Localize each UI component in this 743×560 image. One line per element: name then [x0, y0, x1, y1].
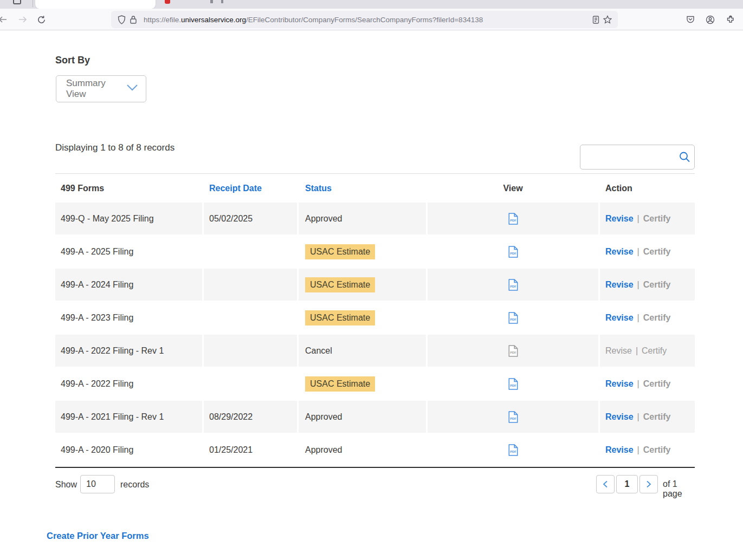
browser-tab-strip [0, 0, 743, 9]
pdf-icon-label: PDF [510, 284, 516, 288]
form-name: 499-A - 2020 Filing [61, 445, 133, 455]
revise-link[interactable]: Revise [605, 379, 634, 389]
extensions-icon[interactable] [724, 13, 737, 26]
reload-button-icon[interactable] [35, 13, 48, 26]
pdf-icon[interactable]: PDF [508, 246, 518, 258]
certify-link[interactable]: Certify [642, 346, 667, 356]
revise-link[interactable]: Revise [605, 313, 634, 323]
revise-link[interactable]: Revise [605, 412, 634, 422]
show-label: Show [55, 480, 77, 490]
table-body: 499-Q - May 2025 Filing 05/02/2025 Appro… [55, 203, 695, 467]
table-row: 499-Q - May 2025 Filing 05/02/2025 Appro… [55, 203, 695, 236]
revise-link[interactable]: Revise [605, 346, 632, 356]
search-box [580, 145, 695, 170]
action-separator: | [636, 346, 638, 356]
background-tab-favicon[interactable] [165, 0, 170, 4]
pdf-icon[interactable]: PDF [508, 279, 518, 291]
pdf-icon[interactable]: PDF [508, 213, 518, 225]
page-size-input[interactable] [80, 475, 115, 493]
action-separator: | [637, 412, 639, 422]
url-bar[interactable]: https://efile.universalservice.org/EFile… [111, 11, 618, 28]
sidebar-toggle-icon[interactable] [13, 0, 21, 4]
certify-link[interactable]: Certify [643, 445, 671, 455]
table-row: 499-A - 2023 Filing USAC Estimate PDF Re… [55, 302, 695, 335]
table-row: 499-A - 2022 Filing - Rev 1 Cancel PDF R… [55, 335, 695, 368]
url-path: /EFileContributor/CompanyForms/SearchCom… [246, 16, 483, 24]
records-label: records [120, 480, 149, 490]
url-domain: universalservice.org [181, 16, 246, 24]
header-receipt-date[interactable]: Receipt Date [204, 184, 297, 193]
url-prefix: https://efile. [144, 16, 181, 24]
create-prior-year-forms-link[interactable]: Create Prior Year Forms [47, 531, 149, 541]
certify-link[interactable]: Certify [643, 247, 671, 257]
certify-link[interactable]: Certify [643, 379, 671, 389]
certify-link[interactable]: Certify [643, 412, 671, 422]
tab-separator [33, 0, 33, 7]
pdf-icon[interactable]: PDF [508, 444, 518, 456]
status-text: USAC Estimate [305, 376, 375, 392]
shield-icon[interactable] [115, 14, 127, 25]
status-text: Approved [305, 412, 343, 422]
search-input[interactable] [580, 145, 675, 169]
back-button-icon[interactable] [0, 13, 9, 26]
sort-dropdown[interactable]: Summary View [56, 75, 146, 102]
receipt-date: 01/25/2021 [209, 445, 253, 455]
revise-link[interactable]: Revise [605, 280, 634, 290]
certify-link[interactable]: Certify [643, 214, 671, 224]
certify-link[interactable]: Certify [643, 313, 671, 323]
table-header-row: 499 Forms Receipt Date Status View Actio… [55, 174, 695, 203]
pdf-icon[interactable]: PDF [508, 312, 518, 324]
background-tab-title-fragment [210, 0, 213, 3]
url-text: https://efile.universalservice.org/EFile… [144, 16, 590, 24]
form-name: 499-A - 2023 Filing [61, 313, 133, 323]
certify-link[interactable]: Certify [643, 280, 671, 290]
next-page-button[interactable] [639, 475, 658, 493]
status-text: USAC Estimate [305, 277, 375, 292]
status-text: USAC Estimate [305, 244, 375, 259]
revise-link[interactable]: Revise [605, 247, 634, 257]
receipt-date: 05/02/2025 [209, 214, 253, 224]
pdf-icon-label: PDF [510, 416, 516, 420]
sort-by-label: Sort By [55, 55, 90, 66]
pdf-icon[interactable]: PDF [508, 378, 518, 390]
table-row: 499-A - 2025 Filing USAC Estimate PDF Re… [55, 236, 695, 269]
pdf-icon-label: PDF [510, 350, 516, 354]
account-icon[interactable] [703, 13, 716, 26]
forms-table: 499 Forms Receipt Date Status View Actio… [55, 173, 695, 468]
pdf-icon[interactable]: PDF [508, 411, 518, 423]
form-name: 499-A - 2025 Filing [61, 247, 133, 257]
forward-button-icon[interactable] [16, 13, 29, 26]
action-separator: | [637, 214, 639, 224]
table-row: 499-A - 2024 Filing USAC Estimate PDF Re… [55, 269, 695, 302]
reader-mode-icon[interactable] [590, 14, 602, 25]
chevron-down-icon [126, 84, 138, 94]
receipt-date: 08/29/2022 [209, 412, 253, 422]
status-text: Approved [305, 445, 343, 455]
page-count-label: of 1 page [663, 479, 695, 499]
header-action: Action [600, 184, 695, 193]
pocket-save-icon[interactable] [684, 13, 697, 26]
bookmark-star-icon[interactable] [602, 14, 613, 25]
header-499-forms: 499 Forms [55, 184, 202, 193]
header-status[interactable]: Status [299, 184, 426, 193]
sort-dropdown-value: Summary View [66, 78, 126, 100]
action-separator: | [637, 379, 639, 389]
table-row: 499-A - 2022 Filing USAC Estimate PDF Re… [55, 368, 695, 401]
action-separator: | [637, 445, 639, 455]
browser-toolbar: https://efile.universalservice.org/EFile… [0, 9, 743, 30]
pdf-icon-label: PDF [510, 218, 516, 222]
status-text: USAC Estimate [305, 310, 375, 325]
action-separator: | [637, 280, 639, 290]
search-icon[interactable] [675, 151, 694, 163]
background-tab-title-fragment [221, 0, 223, 3]
previous-page-button[interactable] [596, 475, 615, 493]
action-separator: | [637, 313, 639, 323]
active-tab[interactable] [35, 0, 156, 9]
revise-link[interactable]: Revise [605, 445, 634, 455]
current-page-number[interactable]: 1 [616, 475, 638, 493]
action-separator: | [637, 247, 639, 257]
revise-link[interactable]: Revise [605, 214, 634, 224]
pdf-icon[interactable]: PDF [508, 345, 518, 357]
form-name: 499-A - 2022 Filing - Rev 1 [61, 346, 164, 356]
lock-icon[interactable] [127, 14, 139, 25]
